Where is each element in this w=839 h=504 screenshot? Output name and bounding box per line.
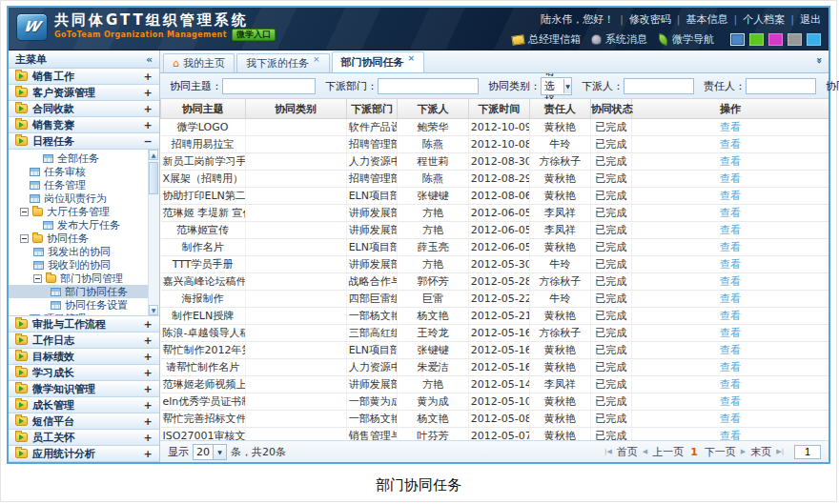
header-link[interactable]: 修改密码	[614, 12, 671, 27]
view-link[interactable]: 查看	[720, 190, 741, 202]
dept-input[interactable]	[378, 78, 479, 94]
expand-toggle-icon[interactable]: +	[143, 367, 153, 379]
skin-swatch[interactable]	[807, 33, 821, 46]
cell-dept: ELN项目部	[346, 342, 398, 359]
cell-category	[245, 205, 346, 222]
header-link[interactable]: 退出	[785, 12, 821, 27]
collapse-minus-icon[interactable]	[20, 208, 29, 216]
quick-link[interactable]: 总经理信箱	[512, 32, 581, 47]
view-link[interactable]: 查看	[720, 327, 741, 339]
view-link[interactable]: 查看	[720, 258, 741, 271]
expand-toggle-icon[interactable]: +	[143, 87, 153, 99]
tree-item[interactable]: 任务审核	[9, 165, 148, 178]
tree-item[interactable]: 我发出的协同	[9, 245, 148, 258]
tab[interactable]: 我下派的任务	[236, 53, 330, 72]
quick-link[interactable]: 系统消息	[591, 32, 647, 47]
sidebar-group[interactable]: 销售工作 +	[9, 69, 159, 85]
expand-toggle-icon[interactable]: +	[143, 318, 153, 331]
sidebar-group[interactable]: 审批与工作流程 +	[9, 316, 159, 333]
view-link[interactable]: 查看	[720, 361, 741, 373]
collapse-minus-icon[interactable]	[20, 234, 29, 243]
view-link[interactable]: 查看	[720, 310, 741, 322]
sidebar-group[interactable]: 销售竞赛 +	[9, 117, 159, 133]
sidebar-group[interactable]: 短信平台 +	[9, 413, 159, 430]
assigner-input[interactable]	[624, 78, 694, 94]
scrollbar-thumb[interactable]	[149, 162, 158, 194]
expand-toggle-icon[interactable]: +	[143, 448, 153, 460]
scroll-down-icon[interactable]	[149, 305, 158, 315]
category-select[interactable]: 请选择	[541, 77, 572, 95]
quick-link[interactable]: 微学导航	[658, 32, 714, 47]
sidebar-collapse-icon[interactable]	[146, 53, 153, 66]
owner-input[interactable]	[746, 78, 816, 94]
view-link[interactable]: 查看	[720, 344, 741, 356]
sidebar-group[interactable]: 客户资源管理 +	[9, 85, 159, 101]
tree-item[interactable]: 部门协同任务	[9, 285, 148, 298]
tree-item[interactable]: 协同任务设置	[9, 298, 148, 312]
first-page-link[interactable]: 首页	[617, 445, 638, 459]
view-link[interactable]: 查看	[720, 378, 741, 391]
last-page-link[interactable]: 末页	[750, 445, 771, 459]
expand-toggle-icon[interactable]: +	[143, 383, 153, 395]
view-link[interactable]: 查看	[720, 207, 741, 219]
tree-item[interactable]: 项目管理	[9, 312, 148, 316]
sidebar-group[interactable]: 目标绩效 +	[9, 349, 159, 365]
skin-swatch[interactable]	[749, 33, 764, 46]
tab[interactable]: 我的主页	[163, 53, 235, 72]
tree-item[interactable]: 任务管理	[9, 178, 148, 192]
sidebar-group[interactable]: 工作日志 +	[9, 333, 159, 349]
view-link[interactable]: 查看	[720, 241, 741, 253]
topic-input[interactable]	[222, 78, 316, 94]
tree-item[interactable]: 全部任务	[9, 151, 148, 165]
view-link[interactable]: 查看	[720, 224, 741, 236]
view-link[interactable]: 查看	[720, 138, 741, 151]
view-link[interactable]: 查看	[720, 430, 741, 440]
tree-item[interactable]: 岗位职责行为	[9, 192, 148, 205]
sidebar-group[interactable]: 微学知识管理 +	[9, 381, 159, 397]
skin-swatch[interactable]	[788, 33, 802, 46]
tab-close-icon[interactable]	[408, 54, 416, 63]
expand-toggle-icon[interactable]: −	[143, 135, 153, 148]
micro-learning-entry-button[interactable]: 微学入口	[232, 29, 276, 41]
sidebar-group[interactable]: 应用统计分析 +	[9, 446, 159, 462]
tree-scrollbar[interactable]	[148, 150, 159, 315]
panel-collapse-icon[interactable]	[813, 57, 826, 64]
next-page-link[interactable]: 下一页	[705, 445, 736, 459]
expand-toggle-icon[interactable]: +	[143, 334, 153, 347]
expand-toggle-icon[interactable]: +	[143, 432, 153, 444]
sidebar-group[interactable]: 学习成长 +	[9, 365, 159, 381]
tree-item[interactable]: 发布大厅任务	[9, 218, 148, 232]
sidebar-group[interactable]: 员工关怀 +	[9, 430, 159, 446]
skin-swatch[interactable]	[730, 33, 745, 46]
sidebar-group[interactable]: 合同收款 +	[9, 101, 159, 117]
sidebar-group[interactable]: 成长管理 +	[9, 397, 159, 413]
page-number-input[interactable]	[794, 445, 821, 459]
collapse-minus-icon[interactable]	[33, 274, 42, 283]
skin-swatch[interactable]	[768, 33, 783, 46]
expand-toggle-icon[interactable]: +	[143, 103, 153, 115]
view-link[interactable]: 查看	[720, 292, 741, 305]
view-link[interactable]: 查看	[720, 413, 741, 425]
expand-toggle-icon[interactable]: +	[143, 399, 153, 412]
tree-item[interactable]: 部门协同管理	[9, 272, 148, 285]
expand-toggle-icon[interactable]: +	[143, 415, 153, 428]
view-link[interactable]: 查看	[720, 275, 741, 288]
expand-toggle-icon[interactable]: +	[143, 119, 153, 131]
view-link[interactable]: 查看	[720, 121, 741, 133]
view-link[interactable]: 查看	[720, 155, 741, 168]
per-page-select[interactable]: 20	[193, 444, 227, 460]
header-link[interactable]: 基本信息	[671, 12, 728, 27]
prev-page-link[interactable]: 上一页	[652, 445, 684, 459]
expand-toggle-icon[interactable]: +	[143, 351, 153, 363]
expand-toggle-icon[interactable]: +	[143, 71, 153, 83]
scroll-up-icon[interactable]	[149, 150, 158, 160]
header-link[interactable]: 个人档案	[728, 12, 786, 27]
tree-item[interactable]: 我收到的协同	[9, 258, 148, 272]
sidebar-group[interactable]: 日程任务 −	[9, 133, 159, 150]
tree-item[interactable]: 协同任务	[9, 232, 148, 245]
view-link[interactable]: 查看	[720, 395, 741, 408]
tree-item[interactable]: 大厅任务管理	[9, 205, 148, 218]
tab-close-icon[interactable]	[313, 55, 320, 64]
tab[interactable]: 部门协同任务	[332, 51, 425, 72]
view-link[interactable]: 查看	[720, 172, 741, 185]
